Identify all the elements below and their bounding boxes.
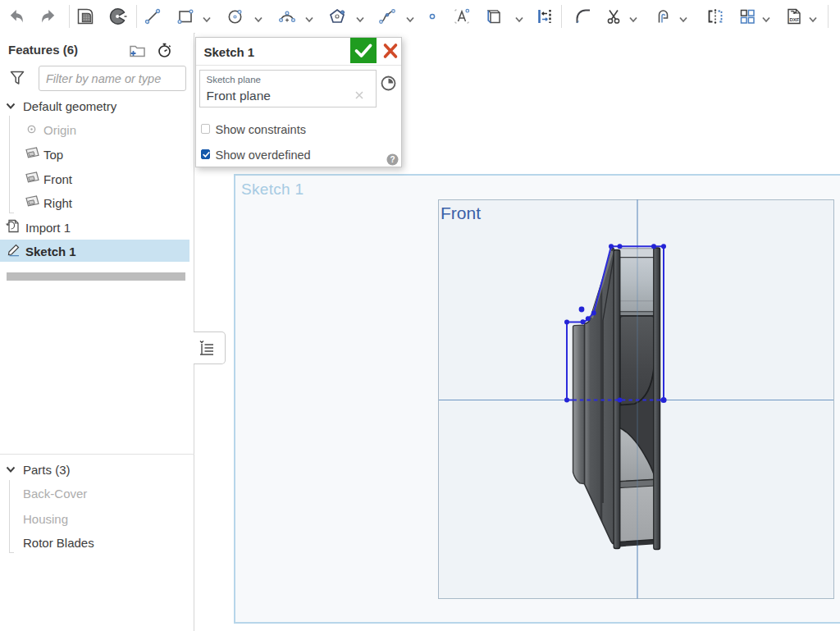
checkmark-icon bbox=[202, 150, 211, 159]
chevron-down-icon bbox=[678, 16, 688, 24]
plane-icon bbox=[25, 146, 40, 163]
polygon-tool-button[interactable] bbox=[328, 7, 346, 25]
scissors-icon bbox=[605, 7, 623, 25]
use-project-button[interactable] bbox=[485, 7, 503, 25]
part-item-back-cover[interactable]: Back-Cover bbox=[0, 482, 194, 505]
parts-divider bbox=[0, 454, 194, 455]
tree-item-import-1[interactable]: Import 1 bbox=[0, 216, 194, 239]
tree-item-front-plane[interactable]: Front bbox=[0, 167, 194, 190]
sketch-pencil-icon bbox=[7, 242, 21, 259]
undo-icon bbox=[8, 7, 26, 25]
pattern-button[interactable] bbox=[738, 7, 756, 25]
pattern-dropdown[interactable] bbox=[761, 12, 771, 21]
arc-dropdown[interactable] bbox=[304, 12, 314, 21]
sketch-state-clock-icon[interactable] bbox=[381, 75, 396, 91]
chevron-down-icon bbox=[405, 16, 415, 24]
point-icon bbox=[423, 7, 441, 25]
part-item-housing[interactable]: Housing bbox=[0, 507, 194, 530]
chevron-down-icon[interactable] bbox=[6, 462, 16, 477]
tree-item-origin[interactable]: Origin bbox=[0, 118, 194, 141]
stopwatch-icon bbox=[156, 43, 173, 58]
show-overdefined-checkbox[interactable] bbox=[201, 149, 211, 159]
trim-button[interactable] bbox=[605, 7, 623, 25]
insert-dxf-dropdown[interactable] bbox=[808, 12, 818, 21]
chevron-down-icon[interactable] bbox=[6, 98, 16, 113]
plane-icon bbox=[25, 171, 40, 188]
toolbar-separator bbox=[69, 5, 70, 28]
trim-dropdown[interactable] bbox=[628, 12, 638, 21]
offset-dropdown[interactable] bbox=[678, 12, 688, 21]
mirror-button[interactable] bbox=[706, 7, 724, 25]
tree-item-top-plane[interactable]: Top bbox=[0, 143, 194, 166]
svg-text:?: ? bbox=[390, 155, 395, 164]
part-item-rotor-blades[interactable]: Rotor Blades bbox=[0, 531, 194, 554]
tree-item-sketch-1[interactable]: Sketch 1 bbox=[0, 240, 189, 262]
sketch-plane-field[interactable]: Sketch plane Front plane bbox=[199, 70, 377, 107]
sketch-plane-value: Front plane bbox=[207, 89, 271, 103]
origin-icon bbox=[27, 122, 36, 137]
text-icon bbox=[453, 7, 471, 25]
toolbar-separator bbox=[561, 5, 562, 28]
rectangle-icon bbox=[176, 7, 194, 25]
text-tool-button[interactable] bbox=[453, 7, 471, 25]
features-panel: Features (6) bbox=[0, 33, 194, 631]
circle-icon bbox=[226, 7, 244, 25]
plane-icon bbox=[25, 194, 40, 212]
chevron-down-icon bbox=[202, 16, 212, 24]
filter-icon bbox=[10, 70, 25, 86]
checkmark-icon bbox=[350, 38, 377, 63]
undo-button[interactable] bbox=[8, 7, 26, 25]
mirror-icon bbox=[706, 7, 724, 25]
chevron-down-icon bbox=[304, 16, 314, 24]
cancel-sketch-button[interactable] bbox=[380, 41, 401, 61]
chevron-down-icon bbox=[808, 16, 818, 24]
clear-selection-icon[interactable] bbox=[354, 89, 364, 98]
stacked-sheets-icon bbox=[76, 7, 94, 25]
rollback-bar[interactable] bbox=[7, 272, 185, 281]
onshape-app: DXF Features (6) bbox=[0, 0, 840, 631]
show-constraints-checkbox[interactable] bbox=[201, 124, 211, 134]
dimension-button[interactable] bbox=[536, 7, 554, 25]
polygon-icon bbox=[328, 7, 346, 25]
tree-item-default-geometry[interactable]: Default geometry bbox=[0, 94, 194, 117]
dxf-file-icon: DXF bbox=[785, 7, 803, 25]
point-tool-button[interactable] bbox=[423, 7, 441, 25]
history-button[interactable] bbox=[156, 43, 172, 58]
fillet-button[interactable] bbox=[574, 7, 592, 25]
offset-button[interactable] bbox=[655, 7, 673, 25]
dimension-icon bbox=[536, 7, 554, 25]
rectangle-dropdown[interactable] bbox=[202, 12, 212, 21]
front-plane-region bbox=[438, 199, 834, 600]
spline-icon bbox=[378, 7, 396, 25]
show-overdefined-label: Show overdefined bbox=[216, 149, 311, 162]
view-orientation-label: Front bbox=[441, 203, 481, 223]
redo-icon bbox=[39, 7, 57, 25]
accept-sketch-button[interactable] bbox=[350, 38, 377, 64]
offset-icon bbox=[655, 7, 673, 25]
pie-wedge-button[interactable] bbox=[109, 7, 127, 25]
tree-item-right-plane[interactable]: Right bbox=[0, 191, 194, 214]
chevron-down-icon bbox=[628, 16, 638, 24]
parts-section-header[interactable]: Parts (3) bbox=[0, 458, 194, 481]
filter-input[interactable] bbox=[39, 66, 186, 91]
arc-tool-button[interactable] bbox=[278, 7, 296, 25]
rectangle-tool-button[interactable] bbox=[176, 7, 194, 25]
new-folder-button[interactable] bbox=[129, 43, 145, 58]
spline-dropdown[interactable] bbox=[405, 12, 415, 21]
use-project-dropdown[interactable] bbox=[514, 12, 524, 21]
circle-tool-button[interactable] bbox=[226, 7, 244, 25]
panel-collapse-handle[interactable] bbox=[194, 332, 226, 364]
spline-tool-button[interactable] bbox=[378, 7, 396, 25]
line-icon bbox=[144, 7, 162, 25]
line-tool-button[interactable] bbox=[144, 7, 162, 25]
chevron-down-icon bbox=[514, 16, 524, 24]
stacked-sheets-button[interactable] bbox=[76, 7, 94, 25]
pie-wedge-icon bbox=[109, 7, 127, 25]
redo-button[interactable] bbox=[39, 7, 57, 25]
chevron-down-icon bbox=[761, 16, 771, 24]
polygon-dropdown[interactable] bbox=[355, 12, 365, 21]
help-button[interactable]: ? bbox=[386, 153, 399, 166]
features-panel-title: Features (6) bbox=[8, 43, 78, 57]
circle-dropdown[interactable] bbox=[253, 12, 263, 21]
insert-dxf-button[interactable]: DXF bbox=[785, 7, 803, 25]
